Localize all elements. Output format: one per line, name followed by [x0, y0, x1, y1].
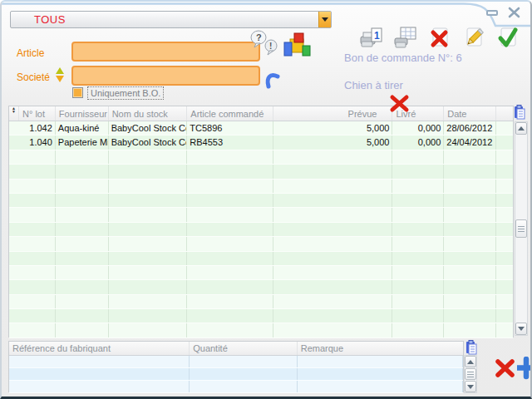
- table-row-empty[interactable]: [9, 180, 513, 194]
- table-row-empty[interactable]: [9, 208, 513, 222]
- help-bubbles-icon[interactable]: ? !: [249, 30, 283, 58]
- col-lot[interactable]: N° lot: [19, 106, 56, 121]
- table-row-empty[interactable]: [9, 266, 513, 280]
- table-row-empty[interactable]: [9, 150, 513, 165]
- orders-table[interactable]: ▲▼ N° lot Fournisseur Nom du stock Artic…: [8, 106, 514, 337]
- table-row[interactable]: [9, 356, 463, 368]
- bottom-scrollbar[interactable]: [464, 355, 477, 393]
- article-input[interactable]: [71, 42, 260, 62]
- printer-one-icon: 1: [359, 26, 384, 51]
- printer-grid-icon: [393, 26, 418, 51]
- col-prevue[interactable]: Prévue: [273, 106, 393, 121]
- spin-down-icon[interactable]: [56, 76, 64, 82]
- pencil-icon: [461, 26, 486, 51]
- sort-icon[interactable]: ▲▼: [9, 106, 19, 121]
- table-row-empty[interactable]: [9, 194, 513, 208]
- add-row-button[interactable]: [517, 357, 532, 380]
- copy-grid-icon[interactable]: [466, 340, 479, 355]
- clear-livre-icon[interactable]: [389, 94, 411, 114]
- societe-label: Societé: [17, 71, 50, 83]
- combobox-dropdown-button[interactable]: [318, 12, 331, 27]
- scroll-up-button[interactable]: [515, 122, 527, 135]
- table-row-empty[interactable]: [9, 165, 513, 179]
- scrollbar-thumb[interactable]: [465, 368, 476, 380]
- order-number-text: Bon de commande N°: 6: [344, 52, 462, 64]
- print-one-button[interactable]: 1: [359, 26, 384, 51]
- table-row-empty[interactable]: [9, 237, 513, 251]
- table-row-empty[interactable]: [9, 252, 513, 266]
- uniquement-bo-label[interactable]: Uniquement B.O.: [87, 86, 164, 100]
- societe-spinner[interactable]: [56, 67, 64, 82]
- col-date[interactable]: Date: [444, 106, 496, 121]
- orders-table-header: ▲▼ N° lot Fournisseur Nom du stock Artic…: [9, 106, 513, 121]
- print-grid-button[interactable]: [393, 26, 418, 51]
- col-stock[interactable]: Nom du stock: [109, 106, 188, 121]
- table-row-empty[interactable]: [9, 323, 513, 337]
- col-reference[interactable]: Référence du fabriquant: [9, 342, 190, 355]
- filter-combobox[interactable]: TOUS: [10, 11, 332, 28]
- references-table[interactable]: Référence du fabriquant Quantité Remarqu…: [8, 341, 464, 392]
- validate-button[interactable]: [495, 26, 520, 51]
- col-quantite[interactable]: Quantité: [190, 342, 298, 355]
- uniquement-bo-checkbox[interactable]: [72, 87, 83, 98]
- delete-x-icon: [427, 26, 452, 51]
- status-text: Chien à tirer: [344, 79, 403, 91]
- table-row[interactable]: [9, 368, 463, 381]
- scroll-down-button[interactable]: [515, 323, 527, 335]
- copy-grid-icon[interactable]: [514, 105, 527, 120]
- table-row[interactable]: [9, 381, 463, 393]
- order-window: TOUS 1: [0, 0, 532, 399]
- scroll-down-button[interactable]: [465, 381, 476, 392]
- edit-button[interactable]: [461, 26, 486, 51]
- scroll-up-button[interactable]: [465, 356, 476, 367]
- col-article[interactable]: Article commandé: [187, 106, 273, 121]
- minimize-icon[interactable]: [486, 10, 498, 16]
- references-table-header: Référence du fabriquant Quantité Remarqu…: [9, 342, 463, 356]
- chevron-down-icon: [322, 17, 328, 22]
- arrow-down-icon: [518, 327, 525, 331]
- table-row-empty[interactable]: [9, 309, 513, 323]
- article-label: Article: [17, 47, 44, 59]
- arrow-up-icon: [467, 360, 474, 364]
- delete-row-button[interactable]: [494, 358, 517, 380]
- filter-combobox-value: TOUS: [11, 13, 66, 26]
- toolbar: 1: [359, 26, 520, 51]
- arrow-down-icon: [467, 385, 474, 389]
- svg-text:?: ?: [256, 32, 262, 42]
- table-row[interactable]: 1.040 Papeterie Mich BabyCool Stock Co R…: [9, 135, 513, 150]
- table-row-empty[interactable]: [9, 295, 513, 309]
- close-icon[interactable]: [508, 7, 520, 18]
- table-row-empty[interactable]: [9, 223, 513, 237]
- table-row-empty[interactable]: [9, 280, 513, 294]
- col-remarque[interactable]: Remarque: [298, 342, 463, 355]
- blocks-icon[interactable]: [281, 32, 313, 60]
- svg-text:!: !: [269, 42, 272, 51]
- scrollbar-thumb[interactable]: [515, 219, 527, 238]
- societe-input[interactable]: [71, 66, 260, 86]
- table-row[interactable]: 1.042 Aqua-kiné BabyCool Stock Co TC5896…: [9, 121, 513, 135]
- phone-icon[interactable]: [264, 70, 282, 90]
- col-fournisseur[interactable]: Fournisseur: [56, 106, 109, 121]
- spin-up-icon[interactable]: [56, 67, 64, 74]
- window-controls: [486, 7, 520, 18]
- delete-button[interactable]: [427, 26, 452, 51]
- main-scrollbar[interactable]: [515, 121, 528, 336]
- check-icon: [495, 26, 520, 51]
- arrow-up-icon: [518, 126, 525, 131]
- svg-text:1: 1: [374, 30, 380, 42]
